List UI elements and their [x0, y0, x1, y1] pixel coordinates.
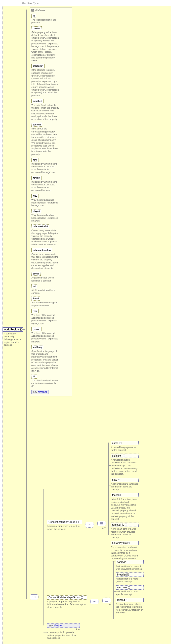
attribute-desc: If the property value is not defined, sp…	[31, 31, 59, 62]
attribute-item: modifiedThe date (and, optionally, the t…	[31, 99, 71, 121]
attribute-typeuri: typeuri	[31, 327, 41, 331]
attribute-desc: One or many constraints that apply to pu…	[31, 229, 59, 246]
attribute-id: id	[31, 14, 36, 18]
cdg-child-note[interactable]: note+	[111, 478, 139, 482]
collapse-icon[interactable]: −	[31, 9, 34, 12]
collapse-icon[interactable]: −	[76, 521, 79, 523]
cdg-child-hierarchyinfo[interactable]: hierarchyInfo+	[111, 541, 139, 545]
element-label: hierarchyInfo	[112, 542, 127, 544]
attribute-whyuri: whyuri	[31, 209, 41, 213]
expand-icon[interactable]: +	[118, 479, 120, 481]
type-label: Flex1PropType	[22, 2, 171, 5]
child-row: facet+In NAR 1.8 and later, facet is dep…	[110, 493, 139, 521]
spine	[26, 10, 27, 599]
attribute-desc: The local identifier of the property.	[31, 19, 59, 24]
attribute-item: literalA free-text value assigned as pro…	[31, 297, 71, 307]
expand-icon[interactable]: +	[126, 574, 129, 576]
cardinality: 0..∞	[102, 603, 111, 606]
expand-icon[interactable]: +	[127, 542, 130, 544]
attribute-desc: A qualified code which identifies a conc…	[31, 276, 59, 282]
child-row: note+Additional natural language informa…	[110, 478, 139, 491]
attribute-how: how	[31, 158, 38, 162]
element-desc: An identifier of a concept with equivale…	[116, 565, 144, 571]
cdg-child-remoteinfo[interactable]: remoteInfo+	[111, 523, 139, 527]
attribute-pubconstrainturi: pubconstrainturi	[31, 248, 52, 252]
cardinality: 0..∞	[47, 628, 80, 630]
crg-child-related[interactable]: related+	[116, 598, 144, 602]
element-desc: A related concept, where the relationshi…	[116, 603, 144, 614]
attribute-creator: creator	[31, 26, 42, 30]
attribute-howuri: howuri	[31, 176, 41, 180]
any-element: any ##other	[47, 623, 80, 628]
element-label: remoteInfo	[112, 523, 124, 526]
attribute-item: creatoruriIf the attribute is empty, spe…	[31, 64, 71, 97]
element-desc: Additional natural language information …	[111, 483, 139, 491]
element-label: definition	[112, 454, 122, 457]
crg-child-broader[interactable]: broader+	[116, 573, 144, 577]
element-label: worldRegion	[4, 328, 19, 331]
choice-compositor[interactable]	[97, 521, 106, 526]
attribute-item: howIndicates by which means the value wa…	[31, 158, 71, 174]
attribute-item: whyuriWhy the metadata has been included…	[31, 209, 71, 223]
attribute-item: typeuriThe type of the concept assigned …	[31, 327, 71, 343]
element-desc: A natural language definition of the sem…	[111, 459, 139, 476]
any-desc: Extension point for provider-defined pro…	[47, 631, 80, 640]
child-row: broader+An identifier of a more generic …	[115, 573, 144, 583]
expand-icon[interactable]: +	[126, 599, 128, 601]
element-label: broader	[117, 573, 126, 576]
attribute-dir: dir	[31, 375, 37, 379]
element-desc: In NAR 1.8 and later, facet is deprecate…	[111, 498, 139, 521]
attribute-desc: If the attribute is empty, specifies whi…	[31, 69, 59, 97]
attribute-desc: The date (and, optionally, the time) whe…	[31, 104, 59, 121]
attribute-uri: uri	[31, 284, 37, 288]
expand-icon[interactable]: +	[118, 494, 121, 496]
attribute-item: xml:langSpecifies the language of this p…	[31, 345, 71, 373]
crg-child-sameas[interactable]: sameAs+	[116, 560, 144, 564]
element-label: narrower	[117, 586, 127, 589]
element-desc: A link to an item or a web resource whic…	[111, 528, 139, 539]
child-row: narrower+An identifier of a more specifi…	[115, 585, 144, 596]
cdg-child-name[interactable]: name+	[111, 441, 139, 445]
sequence-compositor[interactable]	[30, 594, 38, 600]
concept-definition-group[interactable]: ConceptDefinitionGroup −	[47, 520, 82, 524]
concept-relationships-group[interactable]: ConceptRelationshipsGroup −	[47, 595, 87, 600]
type-container: worldRegion − A concept or name only def…	[3, 6, 171, 644]
attribute-custom: custom	[31, 123, 42, 127]
expand-icon[interactable]: +	[123, 455, 125, 457]
attribute-desc: A URI which identifies a concept.	[31, 289, 59, 295]
group-desc: A group of properties required to define…	[47, 525, 82, 531]
attribute-desc: Indicates by which means the value was e…	[31, 181, 59, 192]
connector	[22, 329, 25, 330]
cdg-child-definition[interactable]: definition+	[111, 454, 139, 458]
attribute-item: dirThe directionality of textual content…	[31, 375, 71, 388]
attribute-desc: A free-text value assigned as property v…	[31, 301, 59, 307]
element-label: facet	[112, 494, 118, 496]
choice-compositor[interactable]	[102, 598, 111, 603]
attribute-pubconstraint: pubconstraint	[31, 224, 49, 228]
child-row: definition+A natural language definition…	[110, 454, 139, 476]
collapse-icon[interactable]: −	[20, 328, 22, 331]
attribute-desc: Why the metadata has been included - exp…	[31, 199, 59, 207]
any-attribute: any ##other	[31, 390, 49, 394]
child-row: related+A related concept, where the rel…	[115, 598, 144, 614]
cdg-child-facet[interactable]: facet+	[111, 493, 139, 497]
sequence-compositor[interactable]	[90, 599, 99, 604]
expand-icon[interactable]: +	[128, 586, 130, 589]
expand-icon[interactable]: +	[125, 524, 127, 526]
attribute-desc: The directionality of textual content (e…	[31, 379, 59, 388]
element-label: sameAs	[117, 561, 126, 563]
worldregion-element[interactable]: worldRegion −	[3, 327, 23, 332]
attribute-item: whyWhy the metadata has been included - …	[31, 194, 71, 207]
attribute-item: typeThe type of the concept assigned as …	[31, 309, 71, 325]
worldregion-desc: A concept or name only defining the worl…	[4, 332, 22, 346]
attribute-modified: modified	[31, 99, 44, 103]
element-label: related	[117, 599, 125, 601]
collapse-icon[interactable]: −	[81, 596, 83, 599]
crg-child-narrower[interactable]: narrower+	[116, 585, 144, 590]
expand-icon[interactable]: +	[119, 442, 121, 444]
expand-icon[interactable]: +	[127, 561, 129, 563]
attribute-creatoruri: creatoruri	[31, 64, 45, 68]
attribute-item: qcodeA qualified code which identifies a…	[31, 272, 71, 282]
attribute-desc: The type of the concept assigned as cont…	[31, 332, 59, 343]
sequence-compositor[interactable]	[85, 522, 94, 528]
